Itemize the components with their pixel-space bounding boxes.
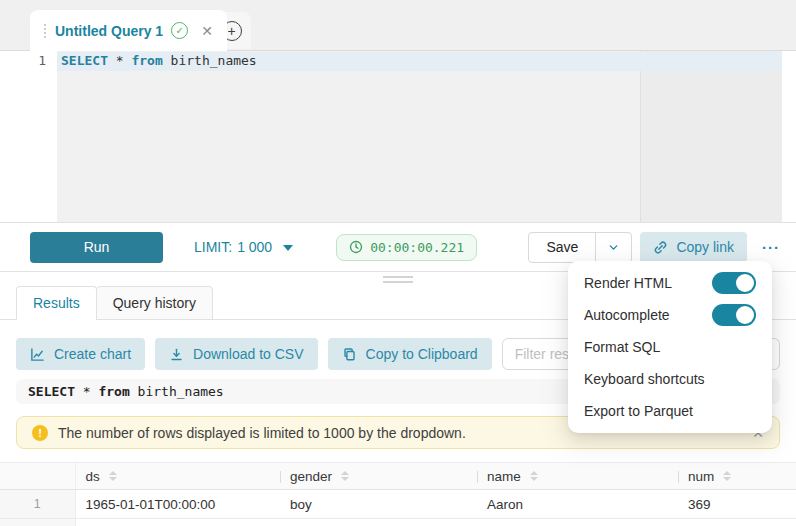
cell-name: Aaron bbox=[477, 490, 678, 519]
editor-line-number: 1 bbox=[0, 53, 46, 68]
sql-keyword: from bbox=[98, 384, 129, 399]
row-index: 1 bbox=[0, 490, 75, 519]
menu-item-export-parquet[interactable]: Export to Parquet bbox=[568, 395, 772, 427]
close-tab-icon[interactable]: ✕ bbox=[201, 23, 213, 39]
tab-query-history[interactable]: Query history bbox=[96, 286, 213, 320]
elapsed-time: 00:00:00.221 bbox=[370, 240, 464, 255]
table-header-row: ds gender name num bbox=[0, 463, 796, 490]
sort-icon bbox=[530, 471, 538, 481]
cell-gender: boy bbox=[280, 490, 477, 519]
results-table: ds gender name num 1 19 bbox=[0, 462, 796, 526]
sql-keyword: SELECT bbox=[61, 53, 108, 68]
cell-ds: 1965-01-01T00:00:00 bbox=[75, 490, 280, 519]
caret-down-icon bbox=[283, 245, 293, 251]
save-split-button: Save bbox=[528, 232, 632, 263]
column-header-ds[interactable]: ds bbox=[75, 463, 280, 490]
sort-icon bbox=[341, 471, 349, 481]
sort-icon bbox=[723, 471, 731, 481]
row-index-header bbox=[0, 463, 75, 490]
column-header-num[interactable]: num bbox=[678, 463, 796, 490]
column-header-gender[interactable]: gender bbox=[280, 463, 477, 490]
tab-results[interactable]: Results bbox=[16, 286, 97, 320]
query-timer: 00:00:00.221 bbox=[336, 234, 477, 261]
query-tab[interactable]: Untitled Query 1 ✓ ✕ bbox=[30, 10, 227, 51]
panel-resize-handle[interactable] bbox=[383, 276, 413, 283]
limit-dropdown[interactable]: LIMIT: 1 000 bbox=[194, 239, 293, 255]
menu-item-render-html[interactable]: Render HTML bbox=[568, 267, 772, 299]
create-chart-button[interactable]: Create chart bbox=[16, 338, 145, 370]
run-button[interactable]: Run bbox=[30, 232, 163, 263]
chevron-down-icon bbox=[608, 242, 619, 253]
copy-link-label: Copy link bbox=[676, 239, 734, 255]
sql-star: * bbox=[116, 53, 124, 68]
autocomplete-toggle[interactable] bbox=[712, 304, 756, 326]
sql-editor[interactable]: 1 SELECT * from birth_names bbox=[0, 51, 796, 222]
line-chart-icon bbox=[30, 347, 45, 362]
save-options-caret[interactable] bbox=[595, 233, 631, 262]
editor-options-menu: Render HTML Autocomplete Format SQL Keyb… bbox=[568, 261, 772, 433]
download-csv-button[interactable]: Download to CSV bbox=[155, 338, 318, 370]
copy-to-clipboard-button[interactable]: Copy to Clipboard bbox=[328, 338, 492, 370]
render-html-toggle[interactable] bbox=[712, 272, 756, 294]
clock-icon bbox=[349, 240, 363, 254]
download-csv-label: Download to CSV bbox=[193, 346, 304, 362]
copy-to-clipboard-label: Copy to Clipboard bbox=[366, 346, 478, 362]
limit-label: LIMIT: bbox=[194, 239, 232, 255]
menu-item-autocomplete[interactable]: Autocomplete bbox=[568, 299, 772, 331]
sql-keyword: from bbox=[131, 53, 162, 68]
more-options-button[interactable]: ··· bbox=[762, 239, 780, 256]
limit-value: 1 000 bbox=[237, 239, 272, 255]
sql-table-name: birth_names bbox=[171, 53, 257, 68]
create-chart-label: Create chart bbox=[54, 346, 131, 362]
warning-icon: ! bbox=[32, 425, 48, 441]
editor-print-margin-zone bbox=[640, 51, 782, 222]
editor-print-margin-line bbox=[640, 51, 641, 222]
drag-grip-icon[interactable] bbox=[44, 24, 46, 38]
warning-text: The number of rows displayed is limited … bbox=[58, 425, 466, 441]
sql-table-name: birth_names bbox=[138, 384, 224, 399]
table-row: 1 1965-01-01T00:00:00 boy Aaron 369 bbox=[0, 490, 796, 519]
copy-icon bbox=[342, 347, 357, 362]
save-button[interactable]: Save bbox=[529, 233, 595, 262]
sql-keyword: SELECT bbox=[28, 384, 75, 399]
copy-link-button[interactable]: Copy link bbox=[640, 232, 747, 263]
query-tab-strip: Untitled Query 1 ✓ ✕ + bbox=[0, 0, 796, 51]
link-icon bbox=[653, 240, 668, 255]
editor-code-line[interactable]: SELECT * from birth_names bbox=[61, 53, 257, 68]
menu-item-keyboard-shortcuts[interactable]: Keyboard shortcuts bbox=[568, 363, 772, 395]
table-row-partial bbox=[0, 519, 796, 526]
download-icon bbox=[169, 347, 184, 362]
cell-num: 369 bbox=[678, 490, 796, 519]
query-saved-check-icon: ✓ bbox=[171, 22, 188, 39]
menu-item-format-sql[interactable]: Format SQL bbox=[568, 331, 772, 363]
sql-star: * bbox=[83, 384, 91, 399]
sort-icon bbox=[109, 471, 117, 481]
column-header-name[interactable]: name bbox=[477, 463, 678, 490]
query-tab-title: Untitled Query 1 bbox=[55, 23, 163, 39]
